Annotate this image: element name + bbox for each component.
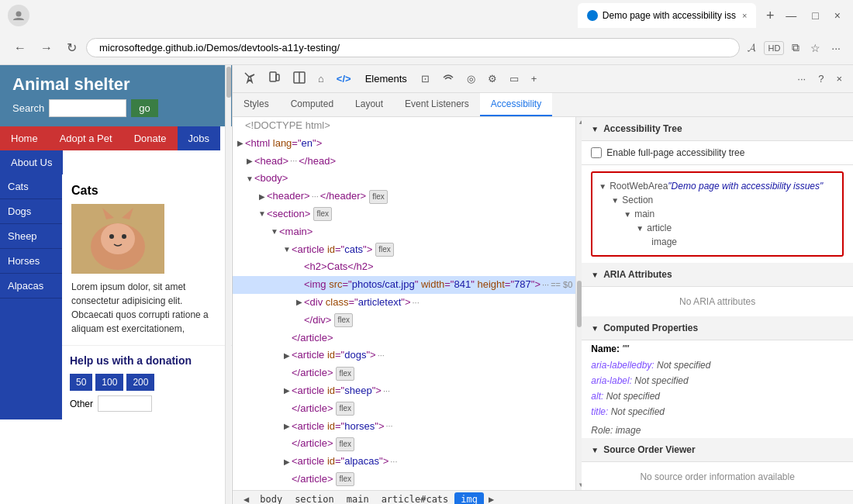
dt-device-btn[interactable] <box>264 68 285 89</box>
bc-scroll-right[interactable]: ▶ <box>484 492 499 505</box>
nav-donate-link[interactable]: Donate <box>123 126 178 150</box>
browser-tab[interactable]: Demo page with accessibility iss × <box>578 3 757 28</box>
elem-article-sheep[interactable]: ▶ <article id="sheep"> ··· <box>233 382 575 400</box>
elem-article-sheep-close[interactable]: </article> flex <box>233 400 575 418</box>
dt-settings-btn[interactable]: ⚙ <box>483 70 502 88</box>
dt-layout-btn[interactable] <box>288 68 310 89</box>
elem-article-cats[interactable]: ▼ <article id="cats"> flex <box>233 241 575 259</box>
dt-network-btn[interactable] <box>437 68 459 89</box>
elem-section[interactable]: ▼ <section> flex <box>233 205 575 223</box>
bc-img[interactable]: img <box>454 492 484 505</box>
enable-full-tree-checkbox[interactable] <box>591 147 602 158</box>
sidebar-item-cats[interactable]: Cats <box>0 174 62 199</box>
dt-close-btn[interactable]: × <box>831 70 847 88</box>
read-aloud-btn[interactable]: 𝓐 <box>744 38 759 57</box>
tab-accessibility[interactable]: Accessibility <box>480 93 552 116</box>
forward-btn[interactable]: → <box>36 38 57 58</box>
elem-div-close[interactable]: </div> flex <box>233 312 575 330</box>
demo-page-scrollbar[interactable] <box>225 65 231 504</box>
favorites-btn[interactable]: ☆ <box>807 39 824 57</box>
dt-add-btn[interactable]: + <box>527 70 542 88</box>
back-btn[interactable]: ← <box>9 38 31 58</box>
donate-50-btn[interactable]: 50 <box>70 374 92 391</box>
scroll-up-arrow[interactable]: ▲ <box>576 117 582 127</box>
elem-header[interactable]: ▶ <header> ··· </header> flex <box>233 188 575 205</box>
tab-layout[interactable]: Layout <box>344 93 394 116</box>
address-bar[interactable]: microsoftedge.github.io/Demos/devtools-a… <box>86 38 740 57</box>
bc-article-cats[interactable]: article#cats <box>375 492 455 505</box>
share-btn[interactable]: ⧉ <box>789 38 803 57</box>
elem-article-alpacas[interactable]: ▶ <article id="alpacas"> ··· <box>233 453 575 471</box>
computed-section-header[interactable]: ▼ Computed Properties <box>582 316 853 340</box>
aria-section-header[interactable]: ▼ ARIA Attributes <box>582 263 853 287</box>
a11y-item-main[interactable]: ▼ main <box>623 207 836 221</box>
elem-article-alpacas-close[interactable]: </article> flex <box>233 471 575 488</box>
elements-scrollbar[interactable]: ▲ ▼ <box>575 117 582 490</box>
nav-about-link[interactable]: About Us <box>0 150 63 174</box>
dt-device2-btn[interactable]: ▭ <box>505 70 523 88</box>
dt-home-btn[interactable]: ⌂ <box>313 70 329 88</box>
a11y-tree-section-header[interactable]: ▼ Accessibility Tree <box>582 117 853 141</box>
source-order-header[interactable]: ▼ Source Order Viewer <box>582 438 853 462</box>
elem-div-articletext[interactable]: ▶ <div class="articletext"> ··· <box>233 294 575 312</box>
scroll-down-arrow[interactable]: ▼ <box>576 480 582 490</box>
donate-100-btn[interactable]: 100 <box>95 374 123 391</box>
elements-content[interactable]: <!DOCTYPE html> ▶ <html lang="en"> ▶ <he… <box>233 117 575 490</box>
close-btn[interactable]: × <box>830 8 845 23</box>
search-input[interactable] <box>49 99 126 117</box>
refresh-btn[interactable]: ↻ <box>62 37 81 58</box>
nav-adopt-link[interactable]: Adopt a Pet <box>49 126 123 150</box>
bc-main[interactable]: main <box>340 492 375 505</box>
elem-h2-cats[interactable]: <h2>Cats</h2> <box>233 258 575 276</box>
sidebar-item-dogs[interactable]: Dogs <box>0 199 62 224</box>
demo-sidebar: Cats Dogs Sheep Horses Alpacas <box>0 174 62 419</box>
breadcrumb-bar: ◀ body section main article#cats img ▶ <box>233 490 853 504</box>
dt-more-btn[interactable]: ··· <box>793 70 810 88</box>
devtools-panel: ⌂ </> Elements ⊡ ◎ ⚙ ▭ + ··· ? × Styles … <box>233 65 853 504</box>
tab-styles[interactable]: Styles <box>233 93 280 116</box>
elem-doctype[interactable]: <!DOCTYPE html> <box>233 117 575 135</box>
elem-html[interactable]: ▶ <html lang="en"> <box>233 135 575 153</box>
dt-performance-btn[interactable]: ◎ <box>462 70 480 88</box>
search-go-btn[interactable]: go <box>131 99 157 117</box>
elem-article-horses-close[interactable]: </article> flex <box>233 435 575 453</box>
elem-img[interactable]: <img src="photos/cat.jpg" width="841" he… <box>233 276 575 294</box>
donation-other-input[interactable] <box>98 395 152 412</box>
profile-avatar[interactable] <box>8 5 29 26</box>
more-btn[interactable]: ··· <box>828 39 844 57</box>
elem-body[interactable]: ▼ <body> <box>233 170 575 188</box>
a11y-item-rootwebarea[interactable]: ▼ RootWebArea "Demo page with accessibil… <box>599 179 836 193</box>
sidebar-item-alpacas[interactable]: Alpacas <box>0 274 62 299</box>
bc-body[interactable]: body <box>254 492 288 505</box>
elem-article-close[interactable]: </article> <box>233 330 575 347</box>
nav-jobs-link[interactable]: Jobs <box>178 126 220 150</box>
a11y-item-section[interactable]: ▼ Section <box>611 193 836 207</box>
a11y-item-article[interactable]: ▼ article <box>636 221 836 235</box>
bc-scroll-left[interactable]: ◀ <box>239 492 254 505</box>
sidebar-item-sheep[interactable]: Sheep <box>0 224 62 249</box>
browser-chrome: Demo page with accessibility iss × + — □… <box>0 0 853 65</box>
dt-console-btn[interactable]: ⊡ <box>416 70 434 88</box>
sidebar-item-horses[interactable]: Horses <box>0 249 62 274</box>
elem-head[interactable]: ▶ <head> ··· </head> <box>233 153 575 171</box>
tab-computed[interactable]: Computed <box>280 93 344 116</box>
tab-event-listeners[interactable]: Event Listeners <box>394 93 480 116</box>
nav-home-link[interactable]: Home <box>0 126 49 150</box>
dt-elements-btn[interactable]: </> <box>332 70 356 88</box>
donate-200-btn[interactable]: 200 <box>126 374 154 391</box>
elem-article-horses[interactable]: ▶ <article id="horses"> ··· <box>233 418 575 436</box>
maximize-btn[interactable]: □ <box>807 8 823 23</box>
dt-help-btn[interactable]: ? <box>813 70 828 88</box>
minimize-btn[interactable]: — <box>781 8 801 23</box>
scroll-thumb[interactable] <box>577 281 582 327</box>
elem-article-dogs[interactable]: ▶ <article id="dogs"> ··· <box>233 347 575 364</box>
elem-main[interactable]: ▼ <main> <box>233 223 575 241</box>
tab-close-btn[interactable]: × <box>742 11 747 20</box>
dt-inspect-btn[interactable] <box>239 68 261 89</box>
hd-btn[interactable]: HD <box>764 41 784 55</box>
new-tab-btn[interactable]: + <box>759 5 781 26</box>
elem-article-dogs-close[interactable]: </article> flex <box>233 364 575 382</box>
svg-point-4 <box>109 234 114 239</box>
bc-section[interactable]: section <box>288 492 340 505</box>
a11y-item-image[interactable]: image <box>648 235 836 249</box>
